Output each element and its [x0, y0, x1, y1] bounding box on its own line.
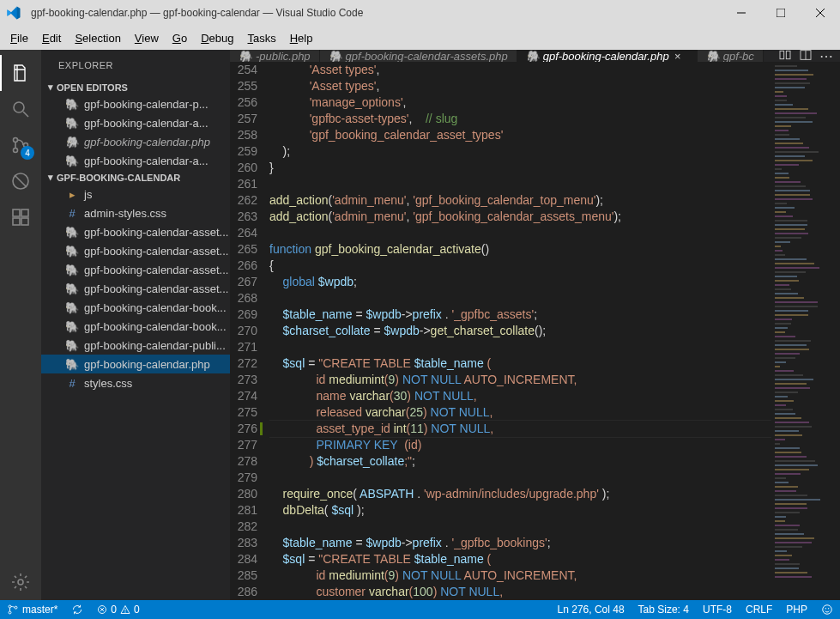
menu-debug[interactable]: Debug	[194, 29, 240, 47]
php-file-icon: 🐘	[65, 154, 79, 167]
editor-area: 🐘-public.php🐘gpf-booking-calendar-assets…	[230, 50, 840, 600]
css-file-icon: #	[65, 376, 79, 390]
file-item[interactable]: 🐘gpf-booking-calendar-book...	[41, 298, 230, 317]
scm-activity-icon[interactable]: 4	[0, 127, 41, 163]
settings-gear-icon[interactable]	[0, 564, 41, 600]
window-title: gpf-booking-calendar.php — gpf-booking-c…	[27, 7, 722, 19]
open-editor-item[interactable]: 🐘gpf-booking-calendar-a...	[41, 151, 230, 170]
svg-point-6	[14, 138, 18, 143]
code-lines[interactable]: 'Asset types', 'Asset types', 'manage_op…	[269, 62, 771, 600]
menu-tasks[interactable]: Tasks	[240, 29, 282, 47]
error-icon	[97, 604, 107, 615]
php-file-icon: 🐘	[65, 282, 79, 295]
svg-point-28	[823, 605, 832, 615]
open-editor-item[interactable]: 🐘gpf-booking-calendar-a...	[41, 113, 230, 132]
php-file-icon: 🐘	[65, 263, 79, 276]
minimap[interactable]	[771, 62, 840, 600]
line-number-gutter: 2542552562572582592602612622632642652662…	[230, 62, 269, 600]
file-item[interactable]: 🐘gpf-booking-calendar-book...	[41, 317, 230, 336]
explorer-activity-icon[interactable]	[0, 55, 41, 91]
close-button[interactable]	[801, 0, 840, 26]
debug-activity-icon[interactable]	[0, 163, 41, 199]
php-file-icon: 🐘	[65, 97, 79, 111]
svg-rect-14	[21, 218, 28, 225]
maximize-button[interactable]	[761, 0, 801, 26]
file-item[interactable]: 🐘gpf-booking-calendar.php	[41, 355, 230, 373]
minimize-button[interactable]	[722, 0, 761, 26]
open-editors-section[interactable]: ▾OPEN EDITORS	[41, 80, 230, 94]
activity-bar: 4	[0, 50, 41, 600]
chevron-down-icon: ▾	[45, 172, 57, 183]
problems-status[interactable]: 0 0	[90, 600, 146, 619]
php-file-icon: 🐘	[706, 50, 718, 62]
php-file-icon: 🐘	[239, 50, 251, 62]
menu-edit[interactable]: Edit	[35, 29, 68, 47]
sync-icon	[71, 604, 83, 616]
file-item[interactable]: #styles.css	[41, 373, 230, 392]
menu-view[interactable]: View	[128, 29, 166, 47]
search-activity-icon[interactable]	[0, 91, 41, 127]
svg-point-29	[825, 609, 826, 610]
svg-rect-12	[21, 209, 28, 216]
editor-tab[interactable]: 🐘gpf-booking-calendar-assets.php	[320, 50, 517, 62]
open-editor-item[interactable]: 🐘gpf-booking-calendar-p...	[41, 94, 230, 113]
php-file-icon: 🐘	[65, 319, 79, 333]
indent-status[interactable]: Tab Size: 4	[632, 600, 696, 619]
svg-point-30	[828, 609, 829, 610]
folder-icon: ▸	[65, 187, 79, 201]
encoding-status[interactable]: UTF-8	[696, 600, 739, 619]
svg-rect-16	[780, 51, 784, 58]
menu-file[interactable]: File	[3, 29, 35, 47]
language-status[interactable]: PHP	[779, 600, 814, 619]
svg-rect-13	[13, 218, 20, 225]
file-item[interactable]: 🐘gpf-booking-calendar-asset...	[41, 241, 230, 260]
editor-tab[interactable]: 🐘gpf-bc	[698, 50, 764, 62]
svg-line-10	[15, 175, 27, 187]
smiley-icon	[821, 604, 833, 616]
git-branch-status[interactable]: master*	[0, 600, 64, 619]
more-icon[interactable]: ⋯	[819, 50, 833, 62]
file-item[interactable]: 🐘gpf-booking-calendar-asset...	[41, 279, 230, 298]
svg-point-22	[15, 606, 17, 609]
window-titlebar: gpf-booking-calendar.php — gpf-booking-c…	[0, 0, 840, 26]
svg-point-15	[18, 580, 23, 585]
eol-status[interactable]: CRLF	[739, 600, 779, 619]
folder-item[interactable]: ▸ js	[41, 185, 230, 203]
cursor-position-status[interactable]: Ln 276, Col 48	[551, 600, 632, 619]
file-item[interactable]: 🐘gpf-booking-calendar-publi...	[41, 336, 230, 355]
php-file-icon: 🐘	[65, 300, 79, 314]
status-bar: master* 0 0 Ln 276, Col 48 Tab Size: 4 U…	[0, 600, 840, 619]
feedback-status[interactable]	[814, 600, 840, 619]
php-file-icon: 🐘	[65, 135, 79, 149]
file-item[interactable]: #admin-styles.css	[41, 203, 230, 222]
code-editor[interactable]: 2542552562572582592602612622632642652662…	[230, 62, 840, 600]
svg-rect-1	[777, 9, 785, 17]
close-icon[interactable]: ×	[674, 50, 688, 62]
svg-point-20	[9, 605, 11, 608]
editor-tab[interactable]: 🐘-public.php	[230, 50, 320, 62]
svg-line-5	[23, 112, 28, 117]
editor-tab[interactable]: 🐘gpf-booking-calendar.php×	[517, 50, 698, 62]
menu-selection[interactable]: Selection	[68, 29, 127, 47]
svg-rect-11	[13, 209, 20, 216]
extensions-activity-icon[interactable]	[0, 199, 41, 235]
open-editor-item[interactable]: 🐘gpf-booking-calendar.php	[41, 132, 230, 151]
sidebar-explorer: EXPLORER ▾OPEN EDITORS 🐘gpf-booking-cale…	[41, 50, 230, 600]
sync-status[interactable]	[64, 600, 90, 619]
chevron-down-icon: ▾	[45, 82, 57, 93]
php-file-icon: 🐘	[329, 50, 341, 62]
svg-rect-17	[786, 51, 790, 58]
svg-point-21	[9, 611, 11, 614]
php-file-icon: 🐘	[65, 244, 79, 258]
svg-point-4	[14, 102, 24, 112]
css-file-icon: #	[65, 206, 79, 220]
menubar: FileEditSelectionViewGoDebugTasksHelp	[0, 26, 840, 50]
file-item[interactable]: 🐘gpf-booking-calendar-asset...	[41, 260, 230, 279]
menu-go[interactable]: Go	[166, 29, 194, 47]
compare-icon[interactable]	[778, 50, 792, 62]
file-item[interactable]: 🐘gpf-booking-calendar-asset...	[41, 222, 230, 241]
svg-point-7	[14, 149, 18, 153]
project-section[interactable]: ▾GPF-BOOKING-CALENDAR	[41, 170, 230, 185]
menu-help[interactable]: Help	[283, 29, 320, 47]
split-editor-icon[interactable]	[799, 50, 813, 62]
